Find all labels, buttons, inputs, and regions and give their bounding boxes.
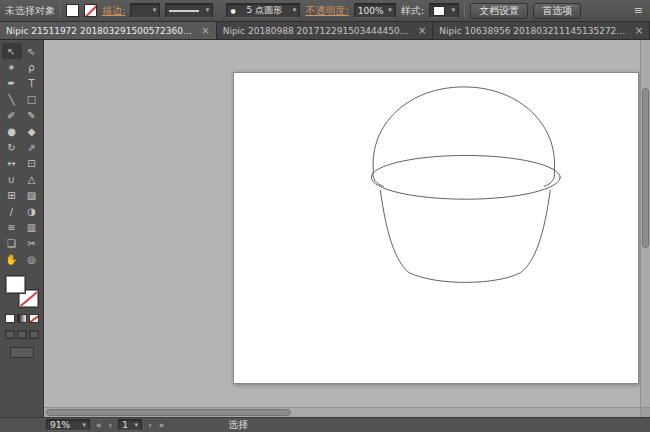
hand-tool[interactable]: ✋ [2, 251, 22, 267]
shape-builder-tool-icon: ∪ [8, 174, 15, 185]
type-tool-icon: T [28, 78, 34, 89]
blob-brush-tool[interactable]: ● [2, 123, 22, 139]
gradient-button[interactable] [17, 314, 27, 323]
none-button[interactable] [29, 314, 39, 323]
close-icon[interactable]: × [635, 25, 643, 36]
artboard[interactable] [233, 72, 639, 384]
zoom-value: 91% [50, 420, 70, 430]
separator [464, 3, 465, 18]
rotate-tool[interactable]: ↻ [2, 139, 22, 155]
close-icon[interactable]: × [201, 25, 209, 36]
style-swatch-icon [433, 6, 445, 16]
tab-title: Nipic 21511972 20180329150057236000.ai* [6, 26, 197, 36]
document-setup-button[interactable]: 文档设置 [470, 3, 528, 19]
draw-inside-button[interactable] [29, 330, 39, 339]
chevron-down-icon: ▾ [452, 7, 456, 14]
color-button[interactable] [5, 314, 15, 323]
vertical-scrollbar-thumb[interactable] [642, 88, 649, 248]
document-tab[interactable]: Nipic 20180988 20171229150344445000.ai*× [217, 22, 434, 39]
horizontal-scrollbar[interactable] [44, 407, 640, 417]
control-panel-menu-icon[interactable]: ≡ [634, 4, 645, 17]
pot-rim-ellipse [371, 155, 560, 199]
width-tool[interactable]: ↔ [2, 155, 22, 171]
brush-definition-value: 5 点圆形 [246, 4, 282, 17]
draw-normal-button[interactable] [5, 330, 15, 339]
eyedropper-tool[interactable]: ∕ [2, 203, 22, 219]
stroke-profile-icon [169, 10, 199, 12]
chevron-down-icon: ▾ [82, 422, 86, 429]
scale-tool-icon: ⇗ [27, 142, 35, 153]
zoom-select[interactable]: 91% ▾ [46, 419, 90, 431]
zoom-tool[interactable]: ◎ [22, 251, 42, 267]
free-transform-tool[interactable]: ⊡ [22, 155, 42, 171]
stroke-panel-link[interactable]: 描边: [102, 4, 125, 18]
document-tab[interactable]: Nipic 21511972 20180329150057236000.ai*× [0, 22, 217, 39]
line-segment-tool-icon: ╲ [8, 94, 14, 105]
paintbrush-tool[interactable]: ✐ [2, 107, 22, 123]
artboard-number-select[interactable]: 1 ▾ [118, 419, 142, 431]
gradient-tool[interactable]: ▨ [22, 187, 42, 203]
stroke-color-swatch[interactable] [84, 4, 97, 17]
artboard-number-value: 1 [122, 420, 128, 430]
pen-tool[interactable]: ✒ [2, 75, 22, 91]
color-control-row [5, 314, 39, 323]
document-tab[interactable]: Nipic 10638956 20180321114513527224.ai*× [433, 22, 650, 39]
opacity-value: 100% [358, 6, 384, 16]
pot-body-path [380, 190, 550, 282]
type-tool[interactable]: T [22, 75, 42, 91]
pot-lid-path [373, 87, 555, 186]
vertical-scrollbar[interactable] [640, 40, 650, 407]
close-icon[interactable]: × [418, 25, 426, 36]
tab-bar: Nipic 21511972 20180329150057236000.ai*×… [0, 22, 650, 40]
magic-wand-tool[interactable]: ✶ [2, 59, 22, 75]
next-artboard-button[interactable]: › [147, 420, 153, 430]
blend-tool-icon: ◑ [27, 206, 36, 217]
opacity-input[interactable]: 100% ▾ [354, 3, 396, 18]
paintbrush-tool-icon: ✐ [7, 110, 15, 121]
direct-selection-tool[interactable]: ⇖ [22, 43, 42, 59]
shape-builder-tool[interactable]: ∪ [2, 171, 22, 187]
rectangle-tool[interactable]: □ [22, 91, 42, 107]
prev-artboard-button[interactable]: ‹ [108, 420, 114, 430]
gradient-tool-icon: ▨ [27, 190, 36, 201]
scrollbar-corner [640, 407, 650, 417]
tools-panel: ↖⇖✶ρ✒T╲□✐✎●◆↻⇗↔⊡∪△⊞▨∕◑≋▥❏✂✋◎ [0, 40, 44, 417]
artboard-tool[interactable]: ❏ [2, 235, 22, 251]
eraser-tool[interactable]: ◆ [22, 123, 42, 139]
canvas[interactable] [44, 40, 650, 417]
zoom-tool-icon: ◎ [27, 254, 36, 265]
style-label: 样式: [401, 4, 424, 18]
slice-tool[interactable]: ✂ [22, 235, 42, 251]
scale-tool[interactable]: ⇗ [22, 139, 42, 155]
horizontal-scrollbar-thumb[interactable] [46, 409, 291, 416]
pencil-tool[interactable]: ✎ [22, 107, 42, 123]
symbol-sprayer-tool[interactable]: ≋ [2, 219, 22, 235]
drawing-mode-row [5, 330, 39, 339]
perspective-grid-tool[interactable]: △ [22, 171, 42, 187]
mesh-tool[interactable]: ⊞ [2, 187, 22, 203]
hand-tool-icon: ✋ [5, 254, 17, 265]
opacity-panel-link[interactable]: 不透明度: [305, 4, 348, 18]
brush-definition-select[interactable]: ● 5 点圆形 ▾ [226, 3, 300, 18]
first-artboard-button[interactable]: « [95, 420, 103, 430]
blend-tool[interactable]: ◑ [22, 203, 42, 219]
chevron-down-icon: ▾ [388, 7, 392, 14]
mesh-tool-icon: ⊞ [7, 190, 15, 201]
last-artboard-button[interactable]: » [158, 420, 166, 430]
fill-color-swatch[interactable] [66, 4, 79, 17]
fill-indicator[interactable] [6, 276, 25, 293]
draw-behind-button[interactable] [17, 330, 27, 339]
screen-mode-button[interactable] [10, 347, 34, 358]
stroke-profile-select[interactable]: ▾ [165, 3, 213, 18]
line-segment-tool[interactable]: ╲ [2, 91, 22, 107]
rotate-tool-icon: ↻ [7, 142, 15, 153]
lasso-tool[interactable]: ρ [22, 59, 42, 75]
style-select[interactable]: ▾ [429, 3, 459, 18]
pot-line-drawing [234, 73, 638, 383]
blob-brush-tool-icon: ● [7, 126, 16, 137]
preferences-button[interactable]: 首选项 [533, 3, 581, 19]
stroke-weight-select[interactable]: ▾ [130, 3, 160, 18]
column-graph-tool[interactable]: ▥ [22, 219, 42, 235]
selection-tool[interactable]: ↖ [2, 43, 22, 59]
eraser-tool-icon: ◆ [28, 126, 36, 137]
